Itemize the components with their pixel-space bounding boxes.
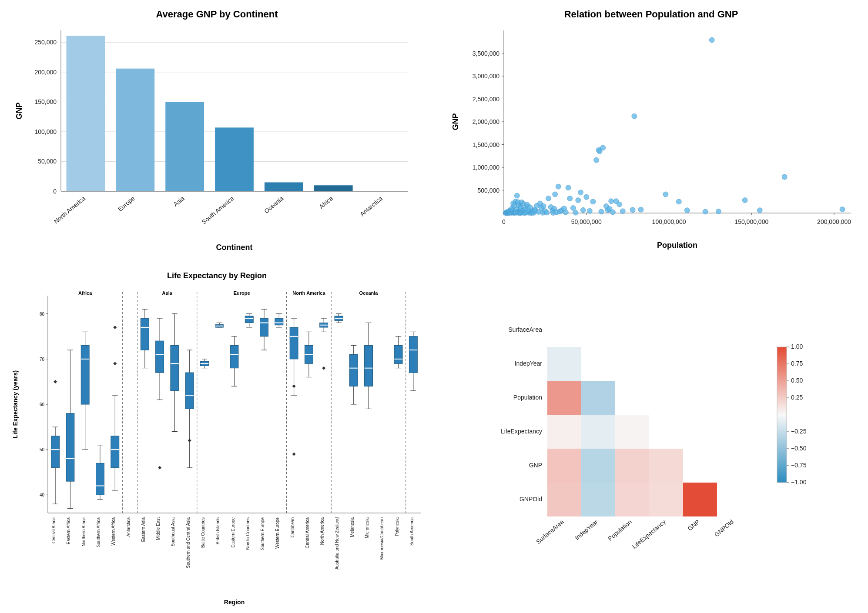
bar-ytick: 200,000	[34, 69, 57, 76]
scatter-ytick: 2,500,000	[472, 96, 499, 103]
scatter-ytick: 1,000,000	[472, 164, 499, 171]
heat-cell	[547, 415, 581, 449]
scatter-ytick: 1,500,000	[472, 141, 499, 148]
heat-cell	[581, 381, 615, 415]
scatter-point	[567, 196, 572, 201]
box-western-europe	[275, 318, 283, 325]
bar-africa	[314, 185, 353, 191]
box-xtick: Polynesia	[395, 517, 399, 536]
scatter-point	[544, 210, 549, 215]
heat-xlabel: SurfaceArea	[535, 518, 565, 545]
box-xtick: Central America	[305, 517, 310, 549]
box-polynesia	[394, 346, 402, 364]
scatter-point	[578, 190, 583, 195]
heat-cell	[683, 483, 717, 516]
box-xtick: Melanesia	[350, 517, 355, 537]
box-xtick: Micronesia	[365, 517, 369, 539]
scatter-chart-panel: Relation between Population and GNP500,0…	[434, 0, 868, 261]
scatter-point	[617, 202, 622, 207]
scatter-point	[742, 198, 747, 203]
heat-ylabel: IndepYear	[514, 360, 542, 367]
heat-cell	[581, 415, 615, 449]
box-xtick: Northern Africa	[81, 517, 86, 546]
scatter-point	[552, 192, 557, 197]
bar-south-america	[215, 127, 254, 191]
scatter-point	[840, 207, 845, 212]
scatter-point	[563, 210, 568, 215]
heat-legend-tick: 0.50	[791, 377, 803, 384]
bar-chart: Average GNP by Continent050,000100,00015…	[0, 0, 434, 261]
box-southern-and-central-asia	[185, 373, 194, 409]
scatter-point	[709, 37, 714, 43]
bar-xtick: Oceania	[263, 195, 285, 215]
box-micronesia	[365, 346, 373, 386]
scatter-xtick: 150,000,000	[734, 218, 768, 225]
box-xtick: Caribbean	[290, 517, 295, 537]
box-xlabel: Region	[224, 599, 245, 606]
heat-cell	[547, 483, 581, 516]
scatter-point	[610, 210, 615, 215]
scatter-xtick: 100,000,000	[652, 218, 686, 225]
scatter-point	[590, 199, 595, 204]
box-xtick: Middle East	[156, 517, 161, 540]
box-xtick: Western Europe	[275, 517, 280, 549]
bar-north-america	[67, 36, 105, 191]
box-eastern-africa	[66, 413, 74, 481]
box-southern-europe	[260, 318, 268, 336]
heat-legend-tick: 1.00	[791, 343, 803, 350]
bar-ytick: 100,000	[34, 128, 57, 135]
box-ytick: 70	[40, 357, 45, 362]
bar-xtick: North America	[53, 195, 87, 225]
heat-cell	[649, 449, 683, 483]
box-xtick: Western Africa	[111, 517, 116, 546]
boxplot-title: Life Expectancy by Region	[167, 271, 267, 280]
heat-cell	[547, 347, 581, 381]
bar-europe	[116, 69, 154, 191]
heat-cell	[581, 449, 615, 483]
box-xtick: Micronesia/Caribbean	[379, 517, 384, 560]
box-xtick: South America	[409, 517, 414, 546]
scatter-ylabel: GNP	[451, 113, 460, 130]
bar-xtick: Africa	[318, 195, 334, 210]
bar-xlabel: Continent	[216, 243, 253, 252]
scatter-point	[684, 208, 690, 213]
boxplot-chart: Life Expectancy by Region4050607080Afric…	[0, 261, 434, 613]
heatmap-chart: SurfaceAreaIndepYearPopulationLifeExpect…	[434, 261, 868, 613]
box-xtick: North America	[320, 517, 325, 545]
scatter-ytick: 2,000,000	[472, 118, 499, 125]
box-xtick: Eastern Africa	[66, 517, 71, 545]
box-xtick: Antarctica	[126, 517, 131, 537]
bar-ytick: 50,000	[38, 158, 57, 165]
scatter-point	[716, 209, 721, 214]
box-xtick: Eastern Asia	[141, 517, 146, 542]
box-xtick: Southern Africa	[96, 517, 101, 547]
scatter-point	[575, 198, 580, 203]
box-xtick: Eastern Europe	[231, 517, 235, 548]
heat-cell	[615, 449, 649, 483]
box-xtick: Nordic Countries	[245, 517, 250, 550]
scatter-xtick: 50,000,000	[571, 218, 601, 225]
heat-cell	[547, 449, 581, 483]
bar-xtick: Asia	[172, 195, 185, 208]
heat-ylabel: SurfaceArea	[508, 326, 542, 333]
facet-label: Africa	[78, 290, 92, 296]
box-xtick: Baltic Countries	[201, 517, 205, 548]
box-ytick: 60	[40, 402, 45, 407]
box-xtick: Southern and Central Asia	[186, 517, 191, 568]
bar-ytick: 150,000	[34, 98, 57, 105]
box-caribbean	[290, 327, 298, 359]
heat-ylabel: GNPOld	[519, 496, 542, 503]
scatter-point	[573, 210, 578, 215]
box-central-africa	[51, 436, 60, 468]
bar-xtick: Europe	[117, 195, 136, 213]
heat-ylabel: Population	[513, 394, 542, 401]
scatter-point	[580, 207, 586, 213]
scatter-point	[587, 208, 592, 213]
heat-legend-tick: −1.00	[791, 479, 807, 486]
heat-cell	[615, 483, 649, 516]
scatter-point	[631, 113, 637, 119]
scatter-point	[676, 199, 681, 204]
scatter-point	[566, 185, 571, 190]
box-southeast-asia	[171, 346, 179, 391]
box-xtick: Australia and New Zealand	[335, 517, 339, 570]
